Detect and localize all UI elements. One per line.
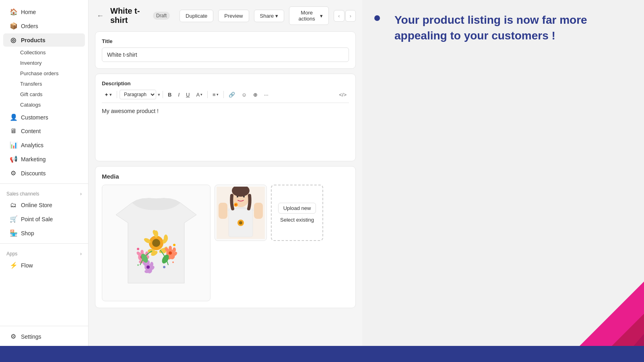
- media-button[interactable]: ⊕: [251, 90, 260, 99]
- discounts-icon: ⚙: [10, 169, 17, 177]
- flow-icon: ⚡: [10, 261, 17, 269]
- svg-rect-46: [219, 203, 227, 219]
- toolbar-divider-3: [207, 91, 208, 98]
- underline-button[interactable]: U: [184, 90, 192, 99]
- sidebar-item-customers[interactable]: 👤 Customers: [3, 111, 85, 124]
- sidebar-item-flow[interactable]: ⚡ Flow: [3, 259, 85, 272]
- svg-point-28: [147, 265, 150, 269]
- italic-button[interactable]: I: [175, 90, 182, 99]
- sidebar-item-catalogs[interactable]: Catalogs: [17, 100, 88, 110]
- sidebar-item-transfers[interactable]: Transfers: [17, 79, 88, 89]
- sidebar-item-settings[interactable]: ⚙ Settings: [3, 330, 85, 343]
- more-actions-button[interactable]: More actions ▾: [289, 6, 329, 25]
- sidebar-item-discounts[interactable]: ⚙ Discounts: [3, 167, 85, 180]
- title-input[interactable]: [102, 47, 349, 62]
- next-button[interactable]: ›: [345, 10, 356, 22]
- back-button[interactable]: ←: [95, 10, 105, 22]
- sidebar: 🏠 Home 📦 Orders ◎ Products Collections I…: [0, 0, 89, 362]
- description-body[interactable]: My awesome product !: [102, 106, 349, 154]
- sidebar-item-purchase-orders[interactable]: Purchase orders: [17, 68, 88, 78]
- products-icon: ◎: [10, 36, 17, 44]
- media-upload-area[interactable]: Upload new Select existing: [271, 185, 323, 241]
- svg-point-25: [173, 247, 176, 252]
- svg-point-37: [137, 248, 139, 250]
- more-toolbar-btn[interactable]: ···: [262, 90, 271, 99]
- media-small-image[interactable]: [215, 185, 267, 241]
- svg-point-40: [137, 264, 139, 266]
- share-button[interactable]: Share ▾: [254, 10, 285, 22]
- page-header: ← White t-shirt Draft Duplicate Preview …: [95, 6, 356, 25]
- title-label: Title: [102, 38, 349, 44]
- online-store-icon: 🗂: [10, 202, 17, 209]
- svg-point-53: [235, 204, 237, 206]
- svg-point-8: [164, 234, 168, 242]
- code-button[interactable]: </>: [336, 90, 349, 99]
- sidebar-item-marketing[interactable]: 📢 Marketing: [3, 152, 85, 166]
- description-label: Description: [102, 80, 349, 86]
- sidebar-item-analytics[interactable]: 📊 Analytics: [3, 138, 85, 152]
- sidebar-item-online-store[interactable]: 🗂 Online Store: [3, 199, 85, 212]
- sidebar-products-sub: Collections Inventory Purchase orders Tr…: [0, 47, 88, 110]
- svg-point-39: [163, 266, 165, 268]
- prev-button[interactable]: ‹: [334, 10, 344, 22]
- toolbar-divider-1: [117, 91, 117, 98]
- sidebar-item-pos[interactable]: 🛒 Point of Sale: [3, 212, 85, 226]
- home-icon: 🏠: [10, 8, 17, 16]
- svg-point-38: [173, 244, 175, 246]
- upload-new-button[interactable]: Upload new: [278, 203, 316, 214]
- toolbar-magic-btn[interactable]: ✦ ▾: [102, 90, 114, 99]
- orders-icon: 📦: [10, 22, 17, 30]
- sidebar-item-home[interactable]: 🏠 Home: [3, 5, 85, 19]
- duplicate-button[interactable]: Duplicate: [180, 10, 213, 22]
- media-grid: Upload new Select existing: [102, 185, 349, 301]
- sidebar-item-collections[interactable]: Collections: [17, 47, 88, 58]
- sidebar-item-content[interactable]: 🖥 Content: [3, 125, 85, 138]
- select-existing-button[interactable]: Select existing: [280, 217, 314, 223]
- link-button[interactable]: 🔗: [226, 90, 237, 99]
- draft-badge: Draft: [153, 12, 170, 20]
- main-area: ← White t-shirt Draft Duplicate Preview …: [89, 0, 644, 362]
- sidebar-divider-2: [0, 243, 88, 244]
- pos-icon: 🛒: [10, 215, 17, 223]
- preview-button[interactable]: Preview: [218, 10, 249, 22]
- sidebar-item-inventory[interactable]: Inventory: [17, 58, 88, 68]
- nav-arrows: ‹ ›: [334, 10, 356, 22]
- media-large-image[interactable]: [102, 185, 211, 301]
- svg-point-45: [239, 221, 242, 224]
- align-button[interactable]: ≡ ▾: [210, 90, 221, 99]
- description-card: Description ✦ ▾ Paragraph ▾ B I U A ▾ ≡ …: [95, 74, 356, 161]
- description-toolbar: ✦ ▾ Paragraph ▾ B I U A ▾ ≡ ▾ 🔗 ☺ ⊕ ··· …: [102, 90, 349, 103]
- svg-point-20: [169, 251, 172, 255]
- model-image-svg: [217, 187, 265, 239]
- svg-point-33: [150, 262, 153, 267]
- paragraph-chevron-icon: ▾: [158, 92, 160, 97]
- sidebar-item-gift-cards[interactable]: Gift cards: [17, 89, 88, 99]
- sidebar-item-orders[interactable]: 📦 Orders: [3, 19, 85, 33]
- toolbar-divider-2: [163, 91, 163, 98]
- sidebar-divider-1: [0, 183, 88, 184]
- bullet-dot: [374, 15, 380, 21]
- feature-row: Your product listing is now far more app…: [374, 12, 632, 43]
- settings-icon: ⚙: [10, 333, 17, 340]
- bottom-bar: [0, 346, 644, 362]
- svg-point-41: [172, 261, 174, 263]
- analytics-icon: 📊: [10, 141, 17, 149]
- text-color-button[interactable]: A ▾: [194, 90, 205, 99]
- svg-point-1: [152, 239, 160, 247]
- marketing-icon: 📢: [10, 155, 17, 163]
- feature-text: Your product listing is now far more app…: [394, 12, 632, 43]
- toolbar-divider-4: [223, 91, 224, 98]
- bold-button[interactable]: B: [165, 90, 174, 99]
- sidebar-item-shop[interactable]: 🏪 Shop: [3, 226, 85, 240]
- paragraph-select[interactable]: Paragraph: [120, 90, 156, 99]
- apps-label: Apps ›: [0, 247, 88, 258]
- emoji-button[interactable]: ☺: [239, 90, 249, 99]
- svg-point-21: [169, 246, 172, 251]
- sales-channels-label: Sales channels ›: [0, 187, 88, 198]
- sidebar-item-products[interactable]: ◎ Products: [3, 33, 85, 47]
- editor-panel: ← White t-shirt Draft Duplicate Preview …: [89, 0, 362, 362]
- right-panel: Your product listing is now far more app…: [362, 0, 644, 362]
- svg-point-50: [237, 196, 238, 197]
- share-chevron-icon: ▾: [275, 13, 278, 19]
- more-actions-chevron-icon: ▾: [320, 13, 323, 19]
